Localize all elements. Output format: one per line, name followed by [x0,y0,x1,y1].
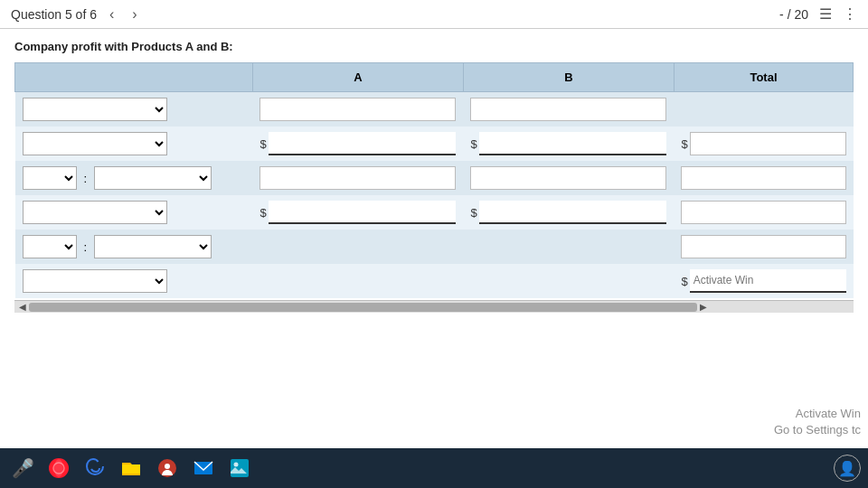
row3-col-a [252,161,463,195]
question-label: Question 5 of 6 [11,7,97,22]
dollar-sign-a4: $ [259,206,266,220]
row1-col-total [674,92,853,127]
main-content: Company profit with Products A and B: A … [0,29,868,324]
row1-col-b [463,92,674,127]
list-icon-button[interactable]: ☰ [819,5,832,23]
table-row: $ $ [15,195,854,230]
col-header-total: Total [674,63,853,92]
row4-input-b[interactable] [479,201,667,224]
row3-col-total [674,161,853,195]
scroll-bar-area[interactable]: ◀ ▶ [14,300,854,313]
row5-label-group: : [23,235,246,258]
row6-select[interactable] [23,269,167,293]
more-icon-button[interactable]: ⋮ [843,5,857,23]
row3-input-a[interactable] [259,166,456,190]
dollar-sign-total2: $ [681,137,687,151]
score-label: - / 20 [779,7,808,22]
row5-select-left[interactable] [23,235,77,258]
row1-select[interactable] [23,98,167,121]
row3-label-group: : [23,166,246,190]
row1-label-cell [15,92,253,127]
row4-select[interactable] [23,201,167,224]
row5-col-total [674,230,853,264]
col-header-empty [15,63,253,92]
row5-select-right[interactable] [94,235,212,258]
row4-col-a: $ [252,195,463,230]
row4-input-a[interactable] [269,201,457,224]
top-bar-right: - / 20 ☰ ⋮ [779,5,857,23]
dollar-sign-total6: $ [681,275,687,288]
row3-colon: : [84,172,88,185]
row2-col-total: $ [674,127,853,161]
table-row: : [15,161,854,195]
row2-input-total[interactable] [690,132,846,155]
row5-col-b [463,230,674,264]
section-title: Company profit with Products A and B: [14,40,854,53]
dollar-sign-a2: $ [259,137,266,151]
row3-select-right[interactable] [94,166,212,190]
table-row [15,92,854,127]
col-header-b: B [463,63,674,92]
row6-input-total[interactable] [690,269,846,293]
row4-col-b: $ [463,195,674,230]
col-header-a: A [252,63,463,92]
scroll-thumb[interactable] [29,303,697,312]
top-bar-left: Question 5 of 6 ‹ › [11,5,143,24]
row2-input-wrapper-a: $ [259,132,456,155]
row4-input-wrapper-b: $ [470,201,666,224]
row2-input-wrapper-b: $ [470,132,666,155]
profit-table: A B Total [14,62,854,298]
row3-select-left[interactable] [23,166,77,190]
row2-input-wrapper-total: $ [681,132,845,155]
row2-col-b: $ [463,127,674,161]
row2-input-a[interactable] [269,132,457,155]
row5-label-cell: : [15,230,253,264]
row4-label-cell [15,195,253,230]
row3-input-b[interactable] [470,166,666,190]
row2-input-b[interactable] [479,132,667,155]
row4-input-wrapper-a: $ [259,201,456,224]
row2-col-a: $ [252,127,463,161]
row3-col-b [463,161,674,195]
row6-col-a [252,264,463,298]
row1-input-b[interactable] [470,98,666,121]
row6-label-cell [15,264,253,298]
row2-select[interactable] [23,132,167,155]
dollar-sign-b2: $ [470,137,476,151]
row4-col-total [674,195,853,230]
row5-colon: : [84,240,88,254]
row5-input-total[interactable] [681,235,845,258]
row3-input-total[interactable] [681,166,845,190]
scroll-left-arrow[interactable]: ◀ [16,302,29,312]
table-row: : [15,230,854,264]
row5-col-a [252,230,463,264]
row4-input-total[interactable] [681,201,845,224]
row1-col-a [252,92,463,127]
row2-label-cell [15,127,253,161]
scroll-right-arrow[interactable]: ▶ [697,302,710,312]
top-bar: Question 5 of 6 ‹ › - / 20 ☰ ⋮ [0,0,868,29]
row6-col-b [463,264,674,298]
row3-label-cell: : [15,161,253,195]
row1-input-a[interactable] [259,98,456,121]
table-row: $ $ $ [15,127,854,161]
dollar-sign-b4: $ [470,206,476,220]
nav-forward-button[interactable]: › [127,5,142,24]
row6-input-wrapper-total: $ [681,269,845,293]
table-row: $ [15,264,854,298]
nav-back-button[interactable]: ‹ [104,5,119,24]
row6-col-total: $ [674,264,853,298]
